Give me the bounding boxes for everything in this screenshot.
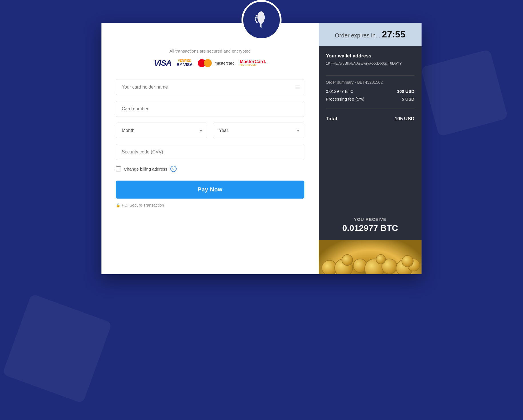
total-row: Total 105 USD — [326, 115, 414, 122]
mastercard-text: mastercard — [215, 61, 235, 65]
page-wrapper: All transactions are secured and encrypt… — [0, 0, 523, 420]
left-panel: All transactions are secured and encrypt… — [101, 23, 319, 274]
timer-value: 27:55 — [382, 29, 405, 39]
timer-prefix: Order expires in... — [335, 32, 382, 39]
expiry-row: Month 01 - January 02 - February 03 - Ma… — [116, 123, 304, 138]
coin-8 — [342, 254, 353, 266]
billing-checkbox[interactable] — [116, 166, 121, 171]
bg-decoration-1 — [2, 294, 112, 404]
fee-row: Processing fee (5%) 5 USD — [326, 97, 414, 101]
billing-label: Change billing address — [124, 167, 167, 171]
cardholder-icon: ☰ — [295, 84, 300, 91]
mc-yellow-circle — [204, 59, 212, 67]
card-number-input[interactable] — [116, 101, 304, 117]
security-text: All transactions are secured and encrypt… — [169, 49, 251, 53]
divider-2 — [326, 109, 414, 109]
btc-row: 0.012977 BTC 100 USD — [326, 89, 414, 94]
cvv-input[interactable] — [116, 144, 304, 160]
coin-9 — [376, 254, 386, 264]
fee-label: Processing fee (5%) — [326, 97, 364, 101]
cardholder-field: ☰ — [116, 79, 304, 95]
logo-icon — [250, 9, 273, 31]
month-select[interactable]: Month 01 - January 02 - February 03 - Ma… — [116, 123, 207, 138]
mc-secure-bottom: SecureCode. — [240, 64, 257, 67]
card-number-field — [116, 101, 304, 117]
mastercard-logo: mastercard — [198, 59, 235, 67]
timer-bar: Order expires in... 27:55 — [319, 23, 422, 46]
pci-text: 🔒 PCI Secure Transaction — [116, 203, 304, 207]
wallet-label: Your wallet address — [326, 53, 414, 59]
mc-securecode: MasterCard. SecureCode. — [240, 59, 266, 67]
receive-section: YOU RECEIVE 0.012977 BTC — [326, 208, 414, 233]
logo-circle — [241, 0, 282, 40]
verified-text: VERIFIED — [178, 59, 191, 62]
right-panel: Order expires in... 27:55 Your wallet ad… — [319, 23, 422, 274]
order-summary-label: Order summary - BBT45281502 — [326, 80, 414, 85]
billing-row: Change billing address ? — [116, 166, 304, 172]
pci-label: PCI Secure Transaction — [122, 203, 164, 207]
you-receive-label: YOU RECEIVE — [326, 217, 414, 222]
fee-value: 5 USD — [402, 97, 414, 101]
coins-visual — [319, 240, 422, 274]
total-value: 105 USD — [395, 116, 414, 122]
bg-decoration-2 — [421, 49, 508, 137]
visa-logo: VISA — [154, 59, 171, 68]
cardholder-input[interactable] — [116, 79, 304, 95]
btc-receive-value: 0.012977 BTC — [326, 223, 414, 233]
pci-section: 🔒 PCI Secure Transaction — [116, 203, 304, 207]
wallet-address: 1KFHE7w8BhaENAswwryaoccDb6qcT6DbYY — [326, 61, 414, 65]
info-icon[interactable]: ? — [170, 166, 177, 172]
month-wrapper: Month 01 - January 02 - February 03 - Ma… — [116, 123, 207, 138]
payment-logos: VISA VERIFIED by VISA mastercard MasterC… — [154, 59, 266, 68]
coins-area — [319, 240, 422, 274]
verified-by-visa: VERIFIED by VISA — [177, 59, 193, 67]
pay-button[interactable]: Pay Now — [116, 181, 304, 199]
btc-amount-label: 0.012977 BTC — [326, 89, 354, 94]
mc-secure-top: MasterCard. — [240, 59, 266, 64]
order-panel: Your wallet address 1KFHE7w8BhaENAswwrya… — [319, 46, 422, 240]
cvv-field — [116, 144, 304, 160]
coin-10 — [402, 255, 414, 267]
total-label: Total — [326, 116, 337, 122]
form-section: ☰ Month 01 - January 02 - February 03 - … — [116, 79, 304, 207]
lock-icon: 🔒 — [116, 203, 120, 207]
year-wrapper: Year 2024 2025 2026 2027 2028 2029 2030 … — [213, 123, 304, 138]
btc-usd-value: 100 USD — [397, 89, 414, 94]
year-select[interactable]: Year 2024 2025 2026 2027 2028 2029 2030 — [213, 123, 304, 138]
main-container: All transactions are secured and encrypt… — [101, 23, 422, 274]
by-visa-text: by VISA — [177, 62, 193, 67]
divider-1 — [326, 75, 414, 76]
